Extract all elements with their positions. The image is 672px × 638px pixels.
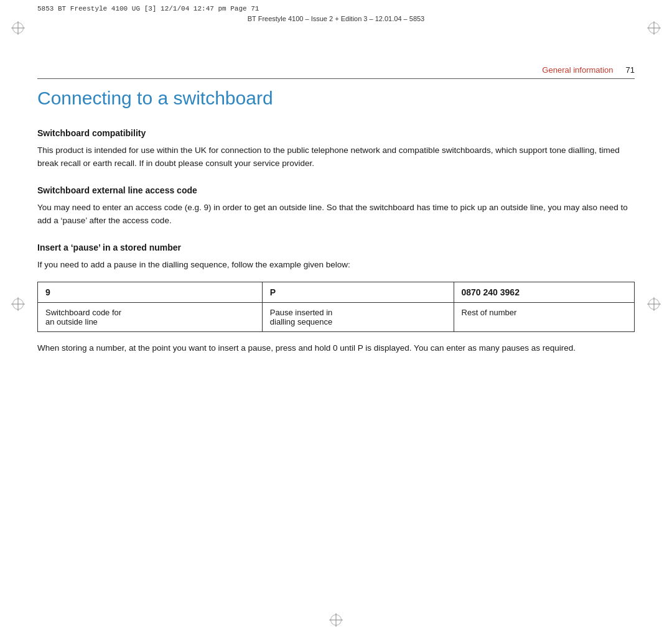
page-container: 5853 BT Freestyle 4100 UG [3] 12/1/04 12…: [0, 0, 672, 638]
section-header: General information 71: [37, 65, 635, 79]
section-label: General information: [542, 65, 613, 75]
reg-mark-bottom-center: [330, 614, 342, 626]
body-external-line: You may need to enter an access code (e.…: [37, 201, 635, 228]
subtitle-compatibility: Switchboard compatibility: [37, 128, 635, 138]
body-compatibility: This product is intended for use within …: [37, 144, 635, 170]
page-number: 71: [626, 65, 635, 75]
table-header-col1: 9: [38, 282, 263, 302]
table-cell-switchboard-code: Switchboard code foran outside line: [38, 302, 263, 331]
footer-insert-pause: When storing a number, at the point you …: [37, 342, 635, 355]
table-header-col3: 0870 240 3962: [454, 282, 634, 302]
content-area: Connecting to a switchboard Switchboard …: [37, 87, 635, 601]
table-header-row: 9 P 0870 240 3962: [38, 282, 635, 302]
section-switchboard-compatibility: Switchboard compatibility This product i…: [37, 128, 635, 170]
reg-mark-mid-left: [12, 298, 24, 310]
table-cell-pause: Pause inserted indialling sequence: [262, 302, 454, 331]
reg-mark-mid-right: [648, 298, 660, 310]
example-table: 9 P 0870 240 3962 Switchboard code foran…: [37, 282, 635, 332]
header-line1: 5853 BT Freestyle 4100 UG [3] 12/1/04 12…: [37, 5, 635, 12]
header-line2: BT Freestyle 4100 – Issue 2 + Edition 3 …: [37, 15, 635, 22]
table-header-col2: P: [262, 282, 454, 302]
section-external-line: Switchboard external line access code Yo…: [37, 185, 635, 228]
table-row: Switchboard code foran outside line Paus…: [38, 302, 635, 331]
subtitle-insert-pause: Insert a ‘pause’ in a stored number: [37, 243, 635, 252]
section-insert-pause: Insert a ‘pause’ in a stored number If y…: [37, 243, 635, 355]
header: 5853 BT Freestyle 4100 UG [3] 12/1/04 12…: [0, 0, 672, 47]
intro-insert-pause: If you need to add a pause in the dialli…: [37, 259, 635, 272]
subtitle-external-line: Switchboard external line access code: [37, 185, 635, 195]
page-title: Connecting to a switchboard: [37, 87, 635, 109]
table-cell-rest-of-number: Rest of number: [454, 302, 634, 331]
